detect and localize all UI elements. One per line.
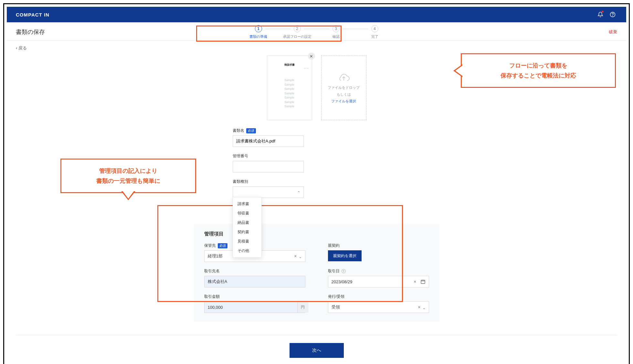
clear-icon[interactable]: ×	[418, 305, 420, 310]
doc-name-input[interactable]	[233, 135, 304, 147]
doc-name-label: 書類名 必須	[233, 128, 304, 133]
divider	[16, 335, 617, 335]
partner-input[interactable]: 株式会社A	[204, 276, 305, 287]
chevron-up-icon	[297, 190, 300, 195]
management-section: 管理項目 保管先 必須 経理1部 × 親契約 親契約を選択	[194, 224, 439, 322]
required-badge: 必須	[246, 128, 256, 133]
next-button[interactable]: 次へ	[290, 343, 344, 358]
app-header: COMPACT IN	[7, 7, 626, 22]
step-1: 1 書類の準備	[239, 25, 278, 39]
parent-contract-button[interactable]: 親契約を選択	[328, 250, 362, 261]
mgmt-no-label: 管理番号	[233, 153, 304, 159]
callout-mgmt: 管理項目の記入により 書類の一元管理も簡単に	[60, 159, 196, 193]
document-preview[interactable]: ✕ 御請求書 — — Sample Sample Sample Sample S…	[267, 56, 312, 120]
step-4: 4 完了	[355, 25, 394, 39]
help-tooltip-icon[interactable]: ?	[342, 269, 346, 273]
dropdown-option[interactable]: 納品書	[233, 218, 261, 227]
svg-rect-2	[421, 280, 425, 284]
close-icon[interactable]: ✕	[308, 53, 315, 60]
calendar-icon[interactable]	[420, 279, 426, 284]
issue-receive-select[interactable]: 受領 ×	[328, 301, 429, 313]
upload-cloud-icon	[337, 72, 351, 83]
discard-link[interactable]: 破棄	[609, 29, 617, 35]
notification-bell-icon[interactable]	[596, 10, 605, 19]
back-link[interactable]: ‹ 戻る	[16, 46, 27, 50]
clear-icon[interactable]: ×	[414, 279, 416, 284]
dropdown-option[interactable]: その他	[233, 246, 261, 255]
logo: COMPACT IN	[16, 12, 49, 17]
parent-contract-label: 親契約	[328, 243, 429, 248]
mgmt-no-input[interactable]	[233, 161, 304, 172]
file-select-link[interactable]: ファイルを選択	[331, 99, 356, 104]
chevron-down-icon	[423, 305, 426, 310]
currency-unit: 円	[297, 302, 308, 313]
file-dropzone[interactable]: ファイルをドロップ もしくは ファイルを選択	[321, 56, 366, 120]
dropdown-option[interactable]: 契約書	[233, 227, 261, 237]
partner-label: 取引先名	[204, 268, 305, 274]
transaction-date-label: 取引日 ?	[328, 268, 429, 274]
dropdown-option[interactable]: 領収書	[233, 209, 261, 218]
chevron-down-icon	[299, 254, 302, 259]
amount-label: 取引金額	[204, 294, 305, 299]
doc-type-select[interactable]	[233, 186, 304, 198]
step-2: 2 承認フローの設定	[278, 25, 317, 39]
dropdown-option[interactable]: 請求書	[233, 199, 261, 209]
page-bar: 書類の保存 1 書類の準備 2 承認フローの設定 3 確認 4 完了 破棄	[7, 22, 626, 41]
dropdown-option[interactable]: 見積書	[233, 237, 261, 246]
issue-receive-label: 発行/受領	[328, 294, 429, 299]
page-title: 書類の保存	[16, 28, 45, 36]
step-3: 3 確認	[317, 25, 355, 39]
stepper: 1 書類の準備 2 承認フローの設定 3 確認 4 完了	[239, 25, 394, 39]
clear-icon[interactable]: ×	[294, 254, 297, 259]
doc-type-label: 書類種別	[233, 179, 304, 184]
transaction-date-input[interactable]: 2023/08/29 ×	[328, 276, 429, 287]
callout-flow: フローに沿って書類を 保存することで電帳法に対応	[461, 53, 616, 88]
help-icon[interactable]	[608, 10, 617, 19]
amount-input[interactable]: 100,000 円	[204, 301, 305, 313]
doc-type-dropdown: 請求書 領収書 納品書 契約書 見積書 その他	[233, 197, 262, 258]
svg-point-1	[613, 16, 613, 16]
